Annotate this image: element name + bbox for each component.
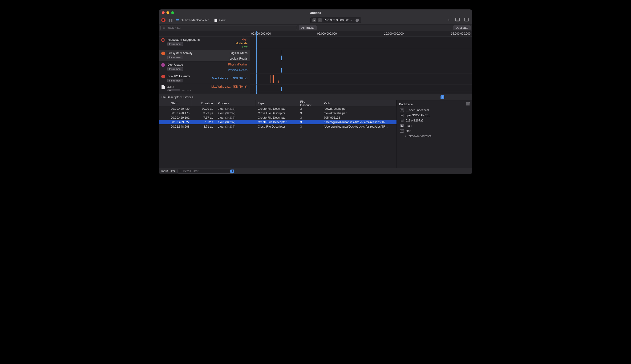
table-row[interactable]: 00:00.429.8221.92 sa.out (34237)Create F… — [159, 120, 396, 124]
filter-toggle-icon[interactable] — [230, 170, 234, 173]
backtrace-frame[interactable]: open$NOCANCEL — [399, 113, 470, 118]
tracks-area: Filesystem Suggestions Instrument High M… — [159, 31, 472, 94]
extended-detail-toggle[interactable]: E — [440, 95, 444, 99]
detail-selector[interactable]: File Descriptor History ▲▼ — [161, 95, 194, 99]
svg-rect-7 — [466, 104, 470, 104]
zoom-icon[interactable] — [171, 11, 174, 14]
backtrace-frame[interactable]: __open_nocancel — [399, 108, 470, 113]
track-labels: Filesystem Suggestions Instrument High M… — [159, 31, 250, 94]
track-filter-placeholder: Track Filter — [166, 26, 182, 30]
input-filter-button[interactable]: Input Filter — [161, 170, 175, 173]
track-icon — [161, 75, 165, 78]
all-tracks-button[interactable]: All Tracks — [299, 25, 317, 30]
table-row[interactable]: 00:00.420.43930.29 µsa.out (34237)Create… — [159, 106, 396, 111]
instrument-badge: Instrument — [168, 79, 183, 82]
track-filter-input[interactable]: ☰ Track Filter — [160, 25, 297, 30]
col-path[interactable]: Path — [322, 100, 396, 106]
detail-filter-input[interactable]: ☰ Detail Filter — [178, 169, 234, 174]
library-icon — [400, 108, 404, 112]
panel-icon[interactable] — [454, 18, 461, 22]
instrument-badge: Instrument — [168, 56, 183, 59]
table-row[interactable]: 00:02.348.5084.71 µsa.out (34237)Close F… — [159, 124, 396, 129]
filter-icon: ☰ — [179, 170, 182, 172]
backtrace-frame[interactable]: start — [399, 128, 470, 134]
backtrace-frame[interactable]: 0x1a48267a2 — [399, 118, 470, 123]
breadcrumb[interactable]: Giulio's MacBook Air 〉 a.out — [176, 18, 226, 22]
duplicate-button[interactable]: Duplicate — [453, 25, 471, 30]
svg-rect-8 — [466, 105, 470, 105]
titlebar[interactable]: Untitled — [159, 10, 472, 16]
content-split: Start ˄ Duration Process Type File Descr… — [159, 100, 472, 168]
track-title: Filesystem Suggestions — [168, 38, 236, 42]
col-process[interactable]: Process — [216, 100, 256, 106]
track-io-latency[interactable]: Disk I/O Latency Instrument Max Latency…… — [159, 73, 250, 84]
pause-button[interactable]: ❚❚ — [168, 18, 173, 22]
col-type[interactable]: Type — [256, 100, 298, 106]
legend-logical-writes: Logical Writes — [230, 51, 248, 54]
ruler-tick: 05.000.000.000 — [317, 32, 337, 35]
table-row[interactable]: 00:00.429.1017.67 µsa.out (34237)Create … — [159, 115, 396, 120]
app-window: Untitled ❚❚ Giulio's MacBook Air 〉 a.out… — [159, 10, 472, 174]
detail-filter-placeholder: Detail Filter — [183, 169, 198, 173]
device-icon — [176, 18, 179, 22]
track-fs-activity[interactable]: Filesystem Activity Instrument Logical W… — [159, 50, 250, 62]
svg-rect-0 — [176, 18, 179, 20]
record-button[interactable] — [161, 18, 166, 22]
sort-asc-icon: ˄ — [178, 102, 180, 104]
legend-high: High — [242, 38, 248, 41]
backtrace-frame-name: start — [406, 129, 411, 132]
track-disk-usage[interactable]: Disk Usage Instrument Physical Writes Ph… — [159, 62, 250, 73]
col-duration[interactable]: Duration — [192, 100, 216, 106]
track-icon — [161, 63, 165, 67]
info-icon[interactable]: i — [356, 18, 359, 22]
library-icon — [400, 119, 404, 122]
run-info-text: Run 3 of 3 | 00:00:02 — [324, 18, 352, 22]
instrument-badge: Instrument — [168, 67, 183, 71]
legend-low: Low — [242, 46, 248, 49]
toolbar: ❚❚ Giulio's MacBook Air 〉 a.out ◀ ▶ Run … — [159, 16, 472, 24]
minimize-icon[interactable] — [166, 11, 169, 14]
svg-rect-4 — [464, 18, 468, 21]
track-title: a.out — [168, 85, 212, 88]
backtrace-frame-name: 0x1a48267a2 — [406, 119, 424, 122]
window-title: Untitled — [310, 11, 321, 14]
timeline[interactable]: 00.000.000.000 05.000.000.000 10.000.000… — [250, 31, 472, 94]
table-header: Start ˄ Duration Process Type File Descr… — [159, 100, 396, 106]
table-body[interactable]: 00:00.420.43930.29 µsa.out (34237)Create… — [159, 106, 396, 168]
stack-config-icon[interactable] — [466, 102, 470, 106]
svg-rect-2 — [456, 18, 460, 21]
col-start[interactable]: Start ˄ — [159, 100, 192, 106]
track-title: Filesystem Activity — [168, 51, 230, 55]
process-badge: Process — [168, 89, 180, 91]
ruler-tick: 15.000.000.000 — [451, 32, 470, 35]
document-icon — [162, 85, 165, 89]
prev-run-button[interactable]: ◀ — [312, 18, 316, 22]
target-name: a.out — [219, 18, 226, 22]
lane-aout — [250, 85, 472, 92]
run-info-box: ◀ ▶ Run 3 of 3 | 00:00:02 i — [310, 17, 361, 23]
track-fs-suggestions[interactable]: Filesystem Suggestions Instrument High M… — [159, 37, 250, 50]
close-icon[interactable] — [162, 11, 164, 14]
backtrace-frame-name: open$NOCANCEL — [406, 114, 430, 117]
legend-max-write: Max Write La…r 4KB (10ms) — [212, 85, 248, 88]
track-icon — [161, 52, 165, 55]
next-run-button[interactable]: ▶ — [318, 18, 322, 22]
track-title: Disk I/O Latency — [168, 74, 212, 78]
library-icon — [400, 129, 404, 132]
time-ruler[interactable]: 00.000.000.000 05.000.000.000 10.000.000… — [250, 31, 472, 37]
person-icon — [400, 124, 404, 128]
backtrace-frame-name: main — [406, 124, 412, 128]
inspector: Backtrace __open_nocancelopen$NOCANCEL0x… — [397, 100, 472, 168]
device-name: Giulio's MacBook Air — [180, 18, 208, 22]
table-row[interactable]: 00:00.420.4783.79 µsa.out (34237)Close F… — [159, 111, 396, 115]
lane-fs-activity — [250, 49, 472, 61]
track-aout[interactable]: a.out Process 34237 Max Write La…r 4KB (… — [159, 84, 250, 91]
col-fd[interactable]: File Descript… — [298, 100, 322, 106]
track-icon — [161, 38, 165, 42]
backtrace-frame[interactable]: main — [399, 123, 470, 128]
sidebar-icon[interactable] — [463, 18, 470, 22]
add-button[interactable]: ＋ — [446, 18, 452, 22]
window-controls — [159, 11, 174, 14]
backtrace-frame-name: __open_nocancel — [406, 108, 429, 112]
legend-moderate: Moderate — [236, 42, 248, 45]
